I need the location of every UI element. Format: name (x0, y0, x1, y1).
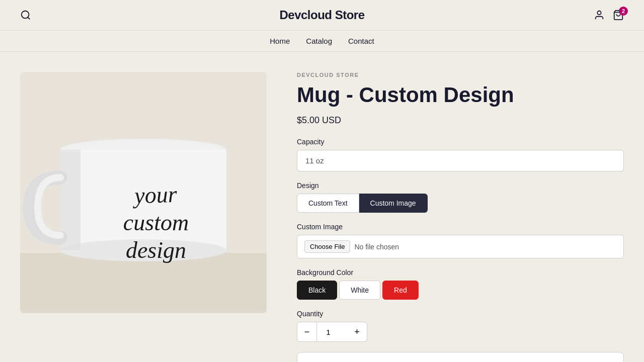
file-name: No file chosen (354, 243, 399, 251)
color-options: Black White Red (297, 281, 624, 300)
svg-text:custom: custom (123, 210, 189, 235)
search-icon (20, 10, 31, 21)
custom-image-label: Custom Image (297, 223, 624, 231)
header: Devcloud Store 2 (0, 0, 644, 31)
nav-contact[interactable]: Contact (348, 37, 374, 45)
account-button[interactable] (594, 10, 605, 21)
svg-text:design: design (126, 237, 186, 263)
capacity-input[interactable] (297, 150, 624, 171)
quantity-increase[interactable]: + (347, 322, 367, 342)
search-button[interactable] (20, 10, 31, 21)
quantity-wrapper: − + (297, 322, 624, 342)
mug-svg: your custom design (20, 72, 267, 313)
mug-image: your custom design (20, 72, 267, 313)
site-title: Devcloud Store (279, 8, 364, 22)
custom-image-section: Custom Image Choose File No file chosen (297, 223, 624, 258)
svg-text:your: your (132, 182, 178, 209)
product-title: Mug - Custom Design (297, 83, 624, 107)
store-name: DEVCLOUD STORE (297, 72, 624, 78)
product-page: your custom design DEVCLOUD STORE Mug - … (0, 52, 644, 362)
design-custom-image[interactable]: Custom Image (359, 194, 428, 213)
bg-color-label: Background Color (297, 268, 624, 277)
file-input-wrapper: Choose File No file chosen (297, 235, 624, 258)
nav-catalog[interactable]: Catalog (306, 37, 332, 45)
color-black[interactable]: Black (297, 281, 337, 300)
account-icon (594, 10, 605, 21)
svg-point-2 (597, 11, 601, 15)
svg-line-1 (28, 17, 30, 19)
quantity-label: Quantity (297, 310, 624, 318)
color-red[interactable]: Red (382, 281, 419, 300)
design-label: Design (297, 182, 624, 190)
capacity-label: Capacity (297, 138, 624, 146)
product-image-area: your custom design (20, 72, 267, 313)
product-details: DEVCLOUD STORE Mug - Custom Design $5.00… (297, 72, 624, 362)
quantity-input[interactable] (317, 322, 347, 342)
design-section: Design Custom Text Custom Image (297, 182, 624, 213)
add-to-cart-button[interactable]: Add to cart (297, 352, 624, 362)
cart-badge: 2 (619, 7, 628, 16)
choose-file-button[interactable]: Choose File (304, 240, 350, 253)
svg-point-0 (22, 11, 29, 19)
cart-button[interactable]: 2 (613, 10, 624, 21)
main-nav: Home Catalog Contact (0, 31, 644, 52)
nav-home[interactable]: Home (270, 37, 290, 45)
product-price: $5.00 USD (297, 115, 624, 126)
color-white[interactable]: White (339, 281, 380, 300)
design-options: Custom Text Custom Image (297, 194, 624, 213)
header-left (20, 10, 60, 21)
quantity-section: Quantity − + (297, 310, 624, 342)
design-custom-text[interactable]: Custom Text (297, 194, 359, 213)
capacity-section: Capacity (297, 138, 624, 171)
quantity-decrease[interactable]: − (297, 322, 317, 342)
header-right: 2 (584, 10, 624, 21)
bg-color-section: Background Color Black White Red (297, 268, 624, 300)
